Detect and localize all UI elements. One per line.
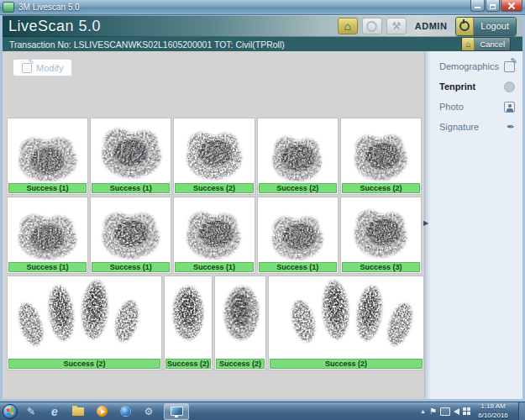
fingerprint-tile[interactable]: Success (1) xyxy=(257,197,339,274)
fingerprint-row-2: Success (1) Success (1) Success (1) Succ… xyxy=(7,197,422,274)
maximize-button[interactable] xyxy=(486,0,500,12)
fingerprint-row-1: Success (1) Success (1) Success (2) Succ… xyxy=(7,118,422,195)
modify-button[interactable]: Modify xyxy=(13,59,72,76)
fingerprint-tile[interactable]: Success (2) xyxy=(173,118,255,195)
capture-status: Success (1) xyxy=(259,262,337,272)
taskbar-app-internet-explorer[interactable]: e xyxy=(45,403,65,420)
capture-status: Success (1) xyxy=(92,183,170,193)
fingerprint-image xyxy=(342,198,420,260)
windows-tray-icon[interactable] xyxy=(463,407,470,415)
fingerprint-tile[interactable]: Success (2) xyxy=(257,118,339,195)
cancel-label: Cancel xyxy=(475,38,510,50)
app-window-icon xyxy=(3,2,14,13)
edit-form-icon xyxy=(504,61,515,72)
close-button[interactable] xyxy=(501,0,522,12)
signature-pen-icon: ✒ xyxy=(507,122,515,132)
fingerprint-image xyxy=(175,198,253,260)
home-button[interactable]: ⌂ xyxy=(338,18,358,34)
fingerprint-tile[interactable]: Success (1) xyxy=(7,118,88,195)
fingerprint-image xyxy=(259,198,337,260)
taskbar-app-stylus[interactable]: ✎ xyxy=(21,403,41,420)
fingerprint-image xyxy=(8,277,160,357)
sidebar-item-tenprint[interactable]: Tenprint xyxy=(430,76,522,97)
fingerprint-row-3: Success (2) Success (2) Success (2) Succ… xyxy=(7,276,422,370)
window-titlebar: 3M Livescan 5.0 xyxy=(0,0,525,15)
fingerprint-image xyxy=(92,198,170,260)
capture-status: Success (1) xyxy=(8,183,87,193)
fingerprint-image xyxy=(216,277,265,357)
fingerprint-image xyxy=(8,119,87,181)
transaction-bar: Transaction No: LSLIVESCANWKS02L16052000… xyxy=(3,37,522,51)
gear-icon: ⚙ xyxy=(144,407,154,417)
fingerprint-tile[interactable]: Success (2) xyxy=(340,118,422,195)
fingerprint-tile[interactable]: Success (1) xyxy=(7,197,88,274)
cancel-button[interactable]: ⌂ Cancel xyxy=(461,37,511,51)
fingerprint-tile[interactable]: Success (1) xyxy=(90,197,171,274)
power-icon xyxy=(459,21,470,31)
fingerprint-tile[interactable]: Success (3) xyxy=(340,197,422,274)
taskbar-clock[interactable]: 1:18 AM 6/10/2016 xyxy=(474,402,512,420)
left-thumb-tile[interactable]: Success (2) xyxy=(164,276,213,370)
show-desktop-button[interactable] xyxy=(518,402,525,420)
tools-button-disabled[interactable]: ⚒ xyxy=(386,18,407,34)
hidden-icons-arrow-icon[interactable]: ▲ xyxy=(420,408,426,414)
fingerprint-image xyxy=(175,119,253,181)
fingerprint-image xyxy=(259,119,337,181)
transaction-info: Transaction No: LSLIVESCANWKS02L16052000… xyxy=(9,39,285,50)
sidebar-item-photo[interactable]: Photo xyxy=(430,97,522,117)
minimize-button[interactable] xyxy=(470,0,485,12)
app-title: LiveScan 5.0 xyxy=(8,18,101,35)
edit-icon xyxy=(22,63,32,73)
close-icon xyxy=(508,3,515,9)
sidebar-item-demographics[interactable]: Demographics xyxy=(430,56,522,76)
logout-button[interactable]: Logout xyxy=(455,17,517,36)
taskbar-app-media-player[interactable] xyxy=(92,403,112,420)
clock-time: 1:18 AM xyxy=(474,402,512,411)
volume-icon[interactable] xyxy=(454,408,459,415)
capture-status: Success (2) xyxy=(259,183,337,193)
sidebar-splitter[interactable]: ▶ xyxy=(424,51,430,399)
sidebar-item-label: Signature xyxy=(439,122,479,132)
right-slap-tile[interactable]: Success (2) xyxy=(268,276,424,370)
capture-status: Success (2) xyxy=(8,359,160,369)
sidebar-item-label: Photo xyxy=(439,102,464,112)
taskbar-app-blue[interactable] xyxy=(115,403,135,420)
step-sidebar: Demographics Tenprint Photo Signature ✒ xyxy=(430,51,522,399)
photo-icon xyxy=(504,102,515,113)
sidebar-item-signature[interactable]: Signature ✒ xyxy=(430,117,522,137)
stylus-icon: ✎ xyxy=(27,407,35,417)
capture-status: Success (1) xyxy=(175,262,253,272)
logout-label: Logout xyxy=(474,18,516,35)
clock-date: 6/10/2016 xyxy=(474,412,512,420)
fingerprint-image xyxy=(8,198,87,260)
header-actions: ⌂ ⚒ ADMIN Logout xyxy=(338,17,517,36)
window-frame: LiveScan 5.0 ⌂ ⚒ ADMIN Logout Transactio… xyxy=(0,15,525,402)
capture-status: Success (1) xyxy=(8,262,87,272)
fingerprint-image xyxy=(92,119,170,181)
fingerprint-image xyxy=(270,277,423,357)
fingerprint-icon xyxy=(504,81,515,92)
right-thumb-tile[interactable]: Success (2) xyxy=(214,276,266,370)
network-icon[interactable] xyxy=(440,407,450,416)
start-button[interactable] xyxy=(3,404,18,419)
taskbar-active-window-livescan[interactable] xyxy=(164,403,189,420)
home-icon: ⌂ xyxy=(465,40,470,49)
action-center-flag-icon[interactable]: ⚑ xyxy=(429,407,437,416)
fingerprint-tile[interactable]: Success (1) xyxy=(173,197,255,274)
capture-status: Success (2) xyxy=(342,183,420,193)
collapse-sidebar-arrow-icon[interactable]: ▶ xyxy=(423,220,428,227)
capture-status: Success (2) xyxy=(216,359,265,369)
fingerprint-tile[interactable]: Success (1) xyxy=(90,118,171,195)
refresh-button-disabled[interactable] xyxy=(362,18,382,34)
windows-logo-icon xyxy=(6,407,13,415)
orange-play-icon xyxy=(97,406,108,417)
taskbar-app-settings[interactable]: ⚙ xyxy=(139,403,159,420)
taskbar-app-media-folder[interactable] xyxy=(68,403,88,420)
media-folder-icon xyxy=(72,407,84,416)
left-slap-tile[interactable]: Success (2) xyxy=(7,276,162,370)
logged-in-user: ADMIN xyxy=(415,21,448,31)
power-icon-segment xyxy=(456,18,474,35)
minimize-icon xyxy=(475,7,480,8)
sidebar-item-label: Demographics xyxy=(439,61,499,71)
capture-status: Success (2) xyxy=(165,359,211,369)
